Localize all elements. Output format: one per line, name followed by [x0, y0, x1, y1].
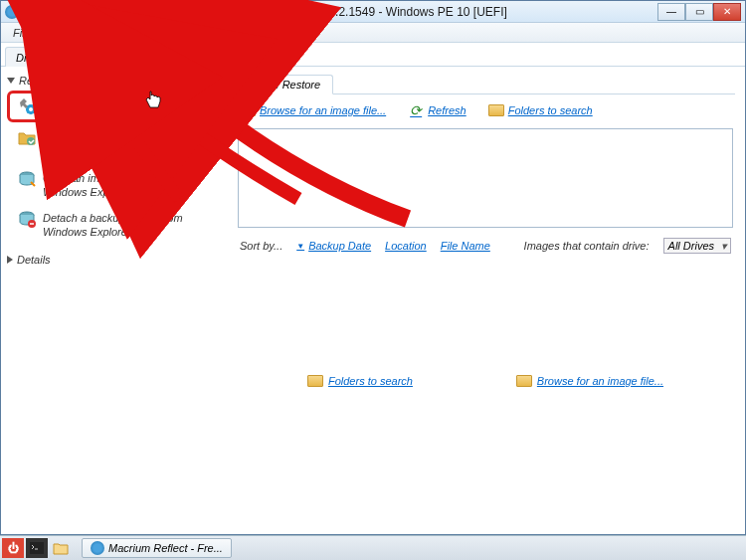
taskbar-app-macrium[interactable]: Macrium Reflect - Fre...: [82, 538, 232, 558]
svg-point-1: [29, 107, 33, 111]
app-window: Macrium Reflect - Free Edition for non-c…: [0, 0, 746, 535]
menu-other-tasks[interactable]: Other Tasks: [185, 25, 260, 41]
refresh-icon: ⟳: [408, 102, 424, 118]
maximize-button[interactable]: ▭: [685, 3, 713, 21]
sort-location[interactable]: Location: [385, 240, 427, 252]
folder-restore-icon: [17, 128, 37, 148]
sidebar-section-details[interactable]: Details: [7, 252, 226, 268]
svg-rect-6: [30, 542, 44, 554]
app-icon: [5, 5, 19, 19]
sidebar-item-label: Browse for an image or backup file to re…: [43, 128, 226, 159]
image-preview-box: [238, 128, 733, 228]
titlebar[interactable]: Macrium Reflect - Free Edition for non-c…: [1, 1, 745, 23]
link-folders-search[interactable]: Folders to search: [488, 102, 593, 118]
chevron-down-icon: [7, 78, 15, 84]
content: Restore Tasks Fix Windows boot problems …: [1, 67, 745, 534]
sidebar: Restore Tasks Fix Windows boot problems …: [1, 67, 232, 534]
folder-search-icon: [307, 373, 323, 389]
menubar: File View Backup Restore Other Tasks Hel…: [1, 23, 745, 43]
minimize-button[interactable]: —: [657, 3, 685, 21]
sidebar-item-detach[interactable]: Detach a backup image from Windows Explo…: [7, 205, 226, 244]
taskbar-pin-shutdown[interactable]: ⏻: [2, 538, 24, 558]
sidebar-item-open-explorer[interactable]: Open an image or backup file in Windows …: [7, 165, 226, 204]
folder-search-icon: [488, 102, 504, 118]
menu-view[interactable]: View: [39, 25, 79, 41]
sidebar-section-label: Restore Tasks: [19, 75, 89, 87]
taskbar-pin-explorer[interactable]: [50, 538, 72, 558]
sidebar-section-label: Details: [17, 254, 51, 266]
toolbar: Browse for an image file... ⟳ Refresh Fo…: [236, 94, 735, 128]
menu-backup[interactable]: Backup: [78, 25, 130, 41]
close-button[interactable]: ✕: [713, 3, 741, 21]
sort-backup-date[interactable]: Backup Date: [296, 240, 371, 252]
disk-detach-icon: [17, 209, 37, 229]
folder-icon: [240, 102, 256, 118]
tab-image-restore[interactable]: Image Restore: [236, 75, 333, 94]
drive-filter-label: Images that contain drive:: [524, 240, 650, 252]
window-title: Macrium Reflect - Free Edition for non-c…: [23, 5, 657, 19]
link-label: Browse for an image file...: [260, 104, 386, 116]
link-browse-image-center[interactable]: Browse for an image file...: [516, 373, 663, 389]
sidebar-item-fix-boot[interactable]: Fix Windows boot problems: [7, 91, 226, 122]
sort-row: Sort by... Backup Date Location File Nam…: [236, 228, 735, 264]
taskbar-app-label: Macrium Reflect - Fre...: [108, 542, 223, 554]
link-folders-search-center[interactable]: Folders to search: [307, 373, 413, 389]
sort-file-name[interactable]: File Name: [441, 240, 490, 252]
menu-help[interactable]: Help: [260, 25, 298, 41]
folder-icon: [516, 373, 532, 389]
disk-open-icon: [17, 169, 37, 189]
tab-restore[interactable]: Restore: [82, 46, 142, 67]
sort-label: Sort by...: [240, 240, 282, 252]
taskbar: ⏻ Macrium Reflect - Fre...: [0, 535, 746, 560]
link-refresh[interactable]: ⟳ Refresh: [408, 102, 466, 118]
menu-restore[interactable]: Restore: [130, 25, 185, 41]
menu-file[interactable]: File: [5, 25, 39, 41]
tabbar: Disk Image Restore: [1, 43, 745, 67]
main-tabbar: Image Restore: [236, 73, 735, 94]
sidebar-item-label: Open an image or backup file in Windows …: [43, 169, 226, 200]
sidebar-item-label: Detach a backup image from Windows Explo…: [43, 209, 226, 240]
empty-state-links: Folders to search Browse for an image fi…: [236, 264, 735, 389]
taskbar-pin-terminal[interactable]: [26, 538, 48, 558]
sidebar-section-restore-tasks[interactable]: Restore Tasks: [7, 73, 226, 89]
link-label: Browse for an image file...: [537, 375, 663, 387]
link-browse-image[interactable]: Browse for an image file...: [240, 102, 386, 118]
wrench-gear-icon: [18, 96, 38, 116]
main-panel: Image Restore Browse for an image file..…: [232, 67, 745, 534]
chevron-right-icon: [7, 256, 13, 264]
link-label: Refresh: [428, 104, 466, 116]
sidebar-item-browse-restore[interactable]: Browse for an image or backup file to re…: [7, 124, 226, 163]
link-label: Folders to search: [508, 104, 593, 116]
sidebar-item-label: Fix Windows boot problems: [44, 96, 219, 112]
app-icon: [91, 541, 104, 555]
drive-filter-select[interactable]: All Drives: [663, 238, 731, 254]
tab-disk-image[interactable]: Disk Image: [5, 47, 82, 67]
link-label: Folders to search: [328, 375, 413, 387]
